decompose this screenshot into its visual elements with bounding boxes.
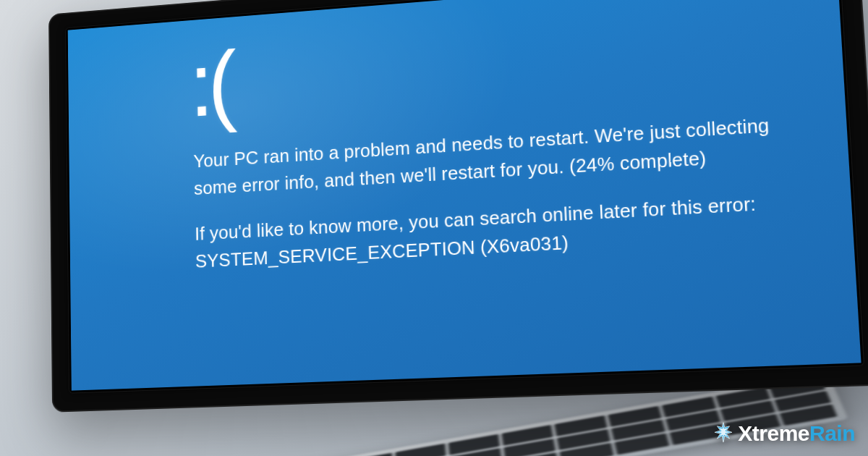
watermark-text-prefix: Xtreme (738, 421, 809, 445)
watermark-text-accent: Rain (809, 421, 855, 445)
watermark-logo-icon (711, 421, 736, 446)
bsod-main-message: Your PC ran into a problem and needs to … (193, 111, 780, 203)
bsod-secondary-message: If you'd like to know more, you can sear… (195, 188, 784, 276)
source-watermark: XtremeRain (711, 421, 855, 446)
sad-face-emoticon: :( (189, 0, 775, 130)
watermark-text: XtremeRain (738, 421, 855, 446)
laptop-bezel: :( Your PC ran into a problem and needs … (65, 0, 864, 394)
laptop-outer-frame: :( Your PC ran into a problem and needs … (48, 0, 868, 413)
bsod-screen: :( Your PC ran into a problem and needs … (68, 0, 861, 391)
